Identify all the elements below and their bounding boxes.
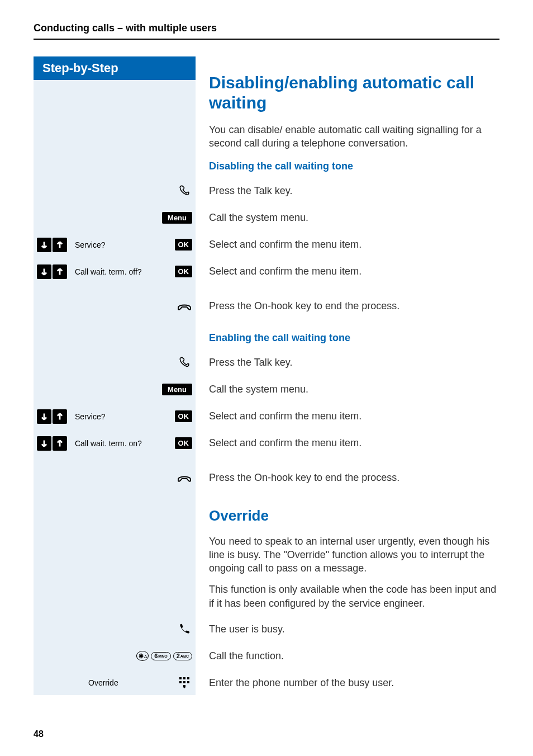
dial-code[interactable]: ✱△ 6MNO 2ABC — [136, 651, 192, 661]
key-6-sup: MNO — [158, 654, 167, 658]
key-2-label: 2 — [177, 653, 180, 659]
step-select-confirm: Select and confirm the menu item. — [196, 266, 499, 277]
nav-down-icon[interactable] — [37, 436, 51, 451]
svg-rect-0 — [179, 677, 182, 679]
section-intro: You can disable/ enable automatic call w… — [209, 123, 499, 150]
step-press-onhook: Press the On-hook key to end the process… — [196, 300, 499, 312]
nav-keys[interactable] — [37, 264, 67, 279]
section-title-call-waiting: Disabling/enabling automatic call waitin… — [209, 73, 499, 113]
step-user-busy: The user is busy. — [196, 623, 499, 635]
section-title-override: Override — [209, 507, 499, 525]
key-2-sup: ABC — [180, 654, 189, 658]
step-call-function: Call the function. — [196, 650, 499, 662]
svg-rect-1 — [183, 677, 185, 679]
page-header: Conducting calls – with multiple users — [34, 22, 499, 34]
nav-up-icon[interactable] — [53, 436, 67, 451]
step-select-confirm: Select and confirm the menu item. — [196, 239, 499, 251]
nav-down-icon[interactable] — [37, 238, 51, 252]
menu-softkey[interactable]: Menu — [162, 212, 192, 224]
nav-down-icon[interactable] — [37, 264, 51, 279]
talk-key-icon — [177, 355, 192, 371]
nav-keys[interactable] — [37, 238, 67, 252]
step-call-system: Call the system menu. — [196, 384, 499, 395]
step-enter-number: Enter the phone number of the busy user. — [196, 677, 499, 689]
header-rule — [34, 39, 499, 40]
svg-rect-4 — [183, 681, 185, 683]
subheading-disable: Disabling the call waiting tone — [209, 160, 499, 172]
nav-up-icon[interactable] — [53, 264, 67, 279]
key-2[interactable]: 2ABC — [173, 652, 192, 660]
step-press-talk: Press the Talk key. — [196, 357, 499, 368]
menu-item-service: Service? — [70, 412, 172, 421]
ok-softkey[interactable]: OK — [175, 410, 193, 422]
page-number: 48 — [34, 729, 44, 739]
onhook-key-icon — [177, 470, 192, 486]
svg-rect-5 — [187, 681, 189, 683]
nav-up-icon[interactable] — [53, 238, 67, 252]
step-select-confirm: Select and confirm the menu item. — [196, 410, 499, 422]
onhook-key-icon — [177, 299, 192, 314]
svg-rect-2 — [187, 677, 189, 679]
step-press-onhook: Press the On-hook key to end the process… — [196, 472, 499, 484]
display-label-override: Override — [84, 678, 173, 687]
nav-keys[interactable] — [37, 436, 67, 451]
menu-item-cw-off: Call wait. term. off? — [70, 267, 172, 276]
nav-down-icon[interactable] — [37, 409, 51, 424]
override-p2: This function is only available when the… — [209, 583, 499, 610]
key-star[interactable]: ✱△ — [136, 651, 149, 661]
key-6-label: 6 — [154, 653, 158, 659]
talk-key-icon — [177, 183, 192, 199]
nav-up-icon[interactable] — [53, 409, 67, 424]
menu-item-service: Service? — [70, 240, 172, 249]
menu-softkey[interactable]: Menu — [162, 384, 192, 395]
key-star-label: ✱ — [139, 653, 144, 659]
step-select-confirm: Select and confirm the menu item. — [196, 437, 499, 449]
handset-icon — [177, 621, 192, 637]
override-p1: You need to speak to an internal user ur… — [209, 535, 499, 575]
nav-keys[interactable] — [37, 409, 67, 424]
ok-softkey[interactable]: OK — [175, 266, 193, 277]
ok-softkey[interactable]: OK — [175, 437, 193, 449]
keypad-icon — [177, 675, 192, 691]
ok-softkey[interactable]: OK — [175, 239, 193, 251]
key-6[interactable]: 6MNO — [151, 652, 170, 660]
svg-rect-3 — [179, 681, 182, 683]
step-press-talk: Press the Talk key. — [196, 185, 499, 197]
menu-item-cw-on: Call wait. term. on? — [70, 439, 172, 448]
subheading-enable: Enabling the call waiting tone — [209, 332, 499, 344]
step-call-system: Call the system menu. — [196, 212, 499, 224]
